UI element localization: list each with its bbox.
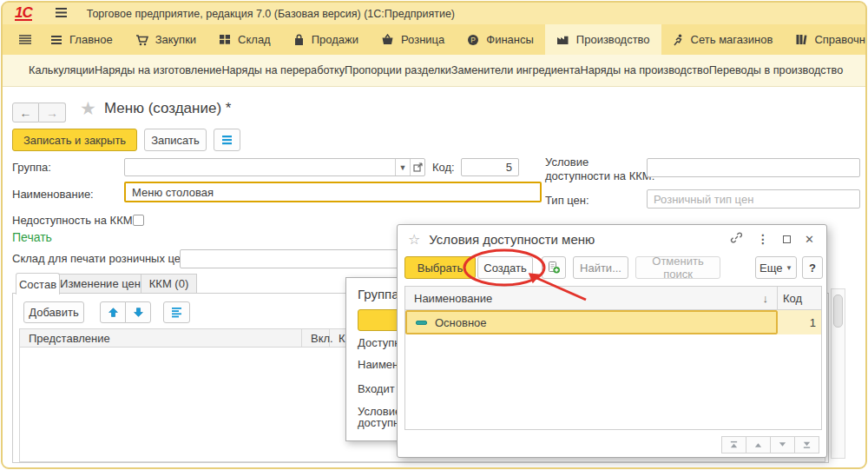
basket-icon [381,34,394,45]
kkm-condition-label: Условие [545,156,589,169]
table-row[interactable]: Основное 1 [405,310,821,334]
move-up-button[interactable] [100,301,126,323]
print-section-title: Печать [12,230,52,244]
favorite-star-outline-icon[interactable]: ☆ [408,231,420,248]
go-last-button[interactable] [794,436,819,453]
functions-submenu: Калькуляции Наряды на изготовление Наряд… [3,55,865,87]
menu-item-sales[interactable]: Продажи [282,24,370,55]
sort-list-button[interactable] [163,301,190,323]
conditions-table[interactable]: Наименование↓ Код Основное 1 [404,286,822,430]
grid-icon [219,34,231,45]
maximize-icon[interactable] [783,235,791,243]
menu-item-main[interactable]: Главное [39,24,124,55]
down-arrow-icon [133,307,144,318]
col-code[interactable]: Код [778,287,821,309]
window-title: Торговое предприятие, редакция 7.0 (Базо… [87,8,455,20]
go-up-button[interactable] [746,436,771,453]
code-field[interactable]: 5 [461,158,519,176]
save-button[interactable]: Записать [144,129,207,151]
conditions-table-header: Наименование↓ Код [405,287,821,310]
menu-item-purchases[interactable]: Закупки [124,24,207,55]
warehouse-field[interactable] [180,249,398,268]
close-icon[interactable]: ✕ [805,233,814,246]
link-icon[interactable] [730,231,743,248]
finance-icon: P [467,34,479,46]
factory-icon [556,34,569,45]
structure-report-button[interactable] [214,129,240,151]
dropdown-arrow-icon[interactable]: ▼ [395,159,410,175]
books-icon [795,34,807,45]
submenu-item-cutting-proportions[interactable]: Пропорции разделки [345,64,451,76]
move-down-button[interactable] [125,301,151,323]
add-button[interactable]: Добавить [23,301,84,323]
sections-panel-icon[interactable] [11,24,39,55]
open-icon[interactable] [410,159,424,175]
price-type-label: Тип цен: [545,194,589,207]
submenu-item-ingredient-substitutes[interactable]: Заменители ингредиента [451,64,581,76]
submenu-item-processing-orders[interactable]: Наряды на переработку [221,64,345,76]
price-type-field[interactable]: Розничный тип цен [647,189,860,209]
help-button[interactable]: ? [802,256,823,279]
blue-bars-icon [171,307,182,318]
history-nav: ← → [12,103,66,122]
select-button[interactable]: Выбрать [404,256,476,279]
submenu-item-calculations[interactable]: Калькуляции [29,64,95,76]
group-label-condition2: доступн [358,416,399,429]
save-close-button[interactable]: Записать и закрыть [12,129,137,151]
sections-menubar: Главное Закупки Склад Продажи Розница P … [3,24,865,55]
submenu-item-production-orders[interactable]: Наряды на производство [581,64,709,76]
col-name[interactable]: Наименование↓ [405,287,778,309]
submenu-item-production-transfers[interactable]: Переводы в производство [709,64,843,76]
warehouse-label: Склад для печати розничных цен: [12,252,190,265]
menu-item-catalogs[interactable]: Справочники [784,24,865,55]
forward-button[interactable]: → [39,103,66,122]
chevron-down-icon: ▼ [786,264,792,272]
create-group-button[interactable] [542,256,566,279]
menu-item-production[interactable]: Производство [545,24,661,55]
dialog-titlebar: ☆ Условия доступности меню ⋮ ✕ [398,225,826,253]
back-button[interactable]: ← [12,103,39,122]
create-button[interactable]: Создать [477,256,533,279]
name-label: Наименование: [12,188,94,201]
main-menu-icon[interactable] [55,6,68,22]
up-arrow-icon [108,307,119,318]
unavailable-kkm-checkbox[interactable] [133,215,144,226]
menu-item-finance[interactable]: P Финансы [456,24,545,55]
menu-item-warehouse[interactable]: Склад [207,24,282,55]
menu-item-store-network[interactable]: Сеть магазинов [661,24,785,55]
group-field[interactable]: ▼ [124,158,425,176]
tab-composition[interactable]: Состав [16,273,60,295]
name-field[interactable]: Меню столовая [124,182,542,202]
app-window: 1С Торговое предприятие, редакция 7.0 (Б… [0,0,868,470]
submenu-item-manufacture-orders[interactable]: Наряды на изготовление [95,64,221,76]
go-first-button[interactable] [721,436,746,453]
cart-icon [135,34,148,46]
availability-conditions-dialog: ☆ Условия доступности меню ⋮ ✕ Выбрать С… [397,224,827,458]
scrollbar-thumb[interactable] [833,295,843,328]
tab-kkm[interactable]: ККМ (0) [141,274,197,294]
dialog-title: Условия доступности меню [429,232,595,247]
unavailable-kkm-label: Недоступность на ККМ: [12,214,135,227]
group-label: Группа: [12,161,51,174]
runner-icon [673,34,684,46]
go-down-button[interactable] [770,436,795,453]
group-window-title: Группа [358,287,399,301]
find-button[interactable]: Найти... [573,256,628,279]
group-label-available: Доступн [358,336,401,349]
more-dots-icon[interactable]: ⋮ [757,232,769,246]
code-label: Код: [432,161,455,174]
more-button[interactable]: Еще ▼ [755,256,797,279]
vertical-scrollbar[interactable] [831,288,845,459]
blue-list-icon [221,135,233,146]
sort-desc-icon: ↓ [763,292,769,305]
form-title: Меню (создание) * [104,100,231,117]
new-document-plus-icon [547,261,561,275]
kkm-condition-field[interactable] [647,158,860,177]
favorite-star-icon[interactable]: ★ [80,98,96,119]
element-icon [416,321,427,325]
svg-text:P: P [470,36,476,44]
1c-logo: 1С [15,6,32,21]
tab-price-changes[interactable]: Изменение цен [59,274,141,294]
kkm-condition-label2: доступности на ККМ: [545,169,654,182]
menu-item-retail[interactable]: Розница [370,24,456,55]
